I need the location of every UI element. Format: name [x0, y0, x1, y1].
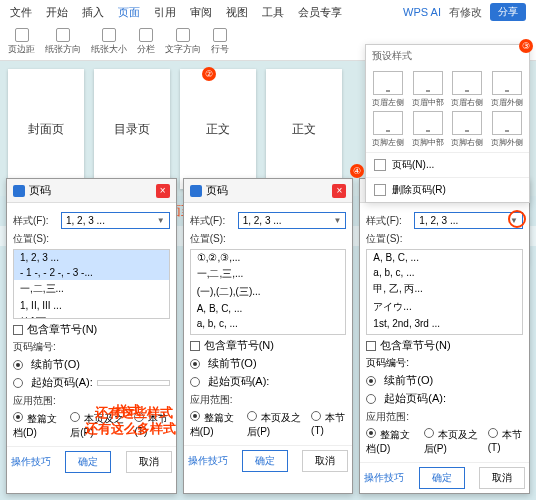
close-icon[interactable]: × [156, 184, 170, 198]
ribbon-margins[interactable]: 页边距 [6, 28, 37, 56]
format-list[interactable]: 1, 2, 3 ... - 1 -, - 2 -, - 3 -... 一,二,三… [13, 249, 170, 319]
ok-button[interactable]: 确定 [65, 451, 111, 473]
format-list[interactable]: ①,②,③,...一,二,三,...(一),(二),(三)... A, B, C… [190, 249, 347, 335]
ribbon-size[interactable]: 纸张大小 [89, 28, 129, 56]
dialog-icon [190, 185, 202, 197]
dropdown-title: 预设样式 [366, 45, 529, 67]
include-chapter-checkbox[interactable] [190, 341, 200, 351]
pagenumber-dialog: 页码× 样式(F):1, 2, 3 ...▼ 位置(S): ①,②,③,...一… [183, 178, 354, 494]
preset-header-left[interactable]: 页眉左侧 [370, 71, 407, 108]
menu-ref[interactable]: 引用 [154, 5, 176, 20]
radio-continue[interactable] [366, 376, 376, 386]
menu-insert[interactable]: 插入 [82, 5, 104, 20]
ribbon-direction[interactable]: 文字方向 [163, 28, 203, 56]
preset-footer-left[interactable]: 页脚左侧 [370, 111, 407, 148]
tips-link[interactable]: 操作技巧 [11, 455, 51, 469]
marker-4: ④ [350, 164, 364, 178]
pagenumber-dialog: 页码× 样式(F):1, 2, 3 ...▼ 位置(S): 1, 2, 3 ..… [6, 178, 177, 494]
radio-start[interactable] [190, 377, 200, 387]
share-button[interactable]: 分享 [490, 3, 526, 21]
page-thumb[interactable]: 目录页 [94, 69, 170, 189]
menu-review[interactable]: 审阅 [190, 5, 212, 20]
radio-after[interactable] [70, 412, 80, 422]
tips-link[interactable]: 操作技巧 [188, 454, 228, 468]
format-label: 样式(F): [13, 214, 57, 228]
pagenumber-dropdown: ③ 预设样式 页眉左侧 页眉中部 页眉右侧 页眉外侧 页脚左侧 页脚中部 页脚右… [365, 44, 530, 203]
format-select[interactable]: 1, 2, 3 ...▼ [414, 212, 523, 229]
radio-start[interactable] [366, 394, 376, 404]
delete-pagenumber[interactable]: 删除页码(R) [366, 177, 529, 202]
menu-page[interactable]: 页面 [118, 5, 140, 20]
preset-header-right[interactable]: 页眉右侧 [449, 71, 486, 108]
preset-header-outer[interactable]: 页眉外侧 [489, 71, 526, 108]
menu-file[interactable]: 文件 [10, 5, 32, 20]
format-select[interactable]: 1, 2, 3 ...▼ [238, 212, 347, 229]
include-chapter-checkbox[interactable] [366, 341, 376, 351]
start-input[interactable] [97, 380, 170, 386]
preset-footer-outer[interactable]: 页脚外侧 [489, 111, 526, 148]
annot-3: 还有这么多样式 [85, 420, 176, 438]
pending[interactable]: 有修改 [449, 5, 482, 20]
page-thumb[interactable]: 封面页 [8, 69, 84, 189]
menu-bar: 文件 开始 插入 页面 引用 审阅 视图 工具 会员专享 WPS AI 有修改 … [0, 0, 536, 24]
page-thumb[interactable]: 正文 [180, 69, 256, 189]
radio-continue[interactable] [13, 360, 23, 370]
ok-button[interactable]: 确定 [242, 450, 288, 472]
cancel-button[interactable]: 取消 [479, 467, 525, 489]
menu-tools[interactable]: 工具 [262, 5, 284, 20]
marker-2: ② [202, 67, 216, 81]
red-circle [508, 210, 526, 228]
menu-home[interactable]: 开始 [46, 5, 68, 20]
ribbon-lineno[interactable]: 行号 [209, 28, 231, 56]
menu-view[interactable]: 视图 [226, 5, 248, 20]
marker-3: ③ [519, 39, 533, 53]
format-select[interactable]: 1, 2, 3 ...▼ [61, 212, 170, 229]
ribbon-orient[interactable]: 纸张方向 [43, 28, 83, 56]
radio-continue[interactable] [190, 359, 200, 369]
include-chapter-checkbox[interactable] [13, 325, 23, 335]
preset-header-center[interactable]: 页眉中部 [410, 71, 447, 108]
ribbon-columns[interactable]: 分栏 [135, 28, 157, 56]
dialog-icon [13, 185, 25, 197]
dialog-title: 页码 [29, 183, 51, 198]
preset-footer-right[interactable]: 页脚右侧 [449, 111, 486, 148]
radio-whole[interactable] [13, 412, 23, 422]
close-icon[interactable]: × [332, 184, 346, 198]
dialog-title: 页码 [206, 183, 228, 198]
pagenumber-dialog: 页码× 样式(F):1, 2, 3 ...▼ 位置(S): A, B, C, .… [359, 178, 530, 494]
preset-footer-center[interactable]: 页脚中部 [410, 111, 447, 148]
pos-label: 位置(S): [13, 232, 57, 246]
insert-pagenumber[interactable]: 页码(N)... [366, 152, 529, 177]
cancel-button[interactable]: 取消 [302, 450, 348, 472]
page-thumb[interactable]: 正文 [266, 69, 342, 189]
ok-button[interactable]: 确定 [419, 467, 465, 489]
format-list[interactable]: A, B, C, ...a, b, c, ...甲, 乙, 丙... アイウ..… [366, 249, 523, 335]
radio-start[interactable] [13, 378, 23, 388]
menu-member[interactable]: 会员专享 [298, 5, 342, 20]
cancel-button[interactable]: 取消 [126, 451, 172, 473]
pagenum-label: 页码编号: [13, 340, 170, 354]
wps-ai[interactable]: WPS AI [403, 6, 441, 18]
tips-link[interactable]: 操作技巧 [364, 471, 404, 485]
